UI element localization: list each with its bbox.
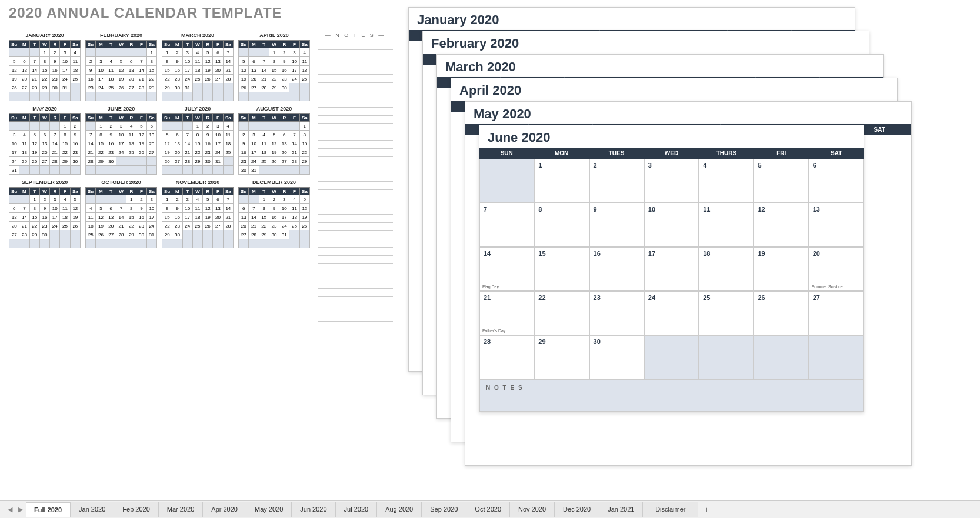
day-cell[interactable]: 29 — [534, 335, 589, 379]
notes-line[interactable] — [318, 215, 393, 223]
notes-line[interactable] — [318, 50, 393, 58]
day-cell[interactable]: 24 — [644, 291, 699, 335]
day-cell[interactable] — [754, 335, 808, 379]
tab-scroll-right-icon[interactable]: ▶ — [15, 506, 26, 513]
mini-day-cell: 27 — [213, 75, 223, 83]
day-cell[interactable]: 28 — [479, 335, 534, 379]
mini-day-cell: 26 — [70, 222, 80, 230]
notes-line[interactable] — [318, 75, 393, 83]
mini-day-cell — [172, 166, 182, 175]
day-cell[interactable]: 9 — [589, 203, 644, 247]
sheet-tab[interactable]: Mar 2020 — [159, 502, 203, 517]
day-cell[interactable]: 4 — [699, 159, 754, 203]
notes-line[interactable] — [318, 99, 393, 108]
day-cell[interactable] — [644, 335, 699, 379]
notes-line[interactable] — [318, 182, 393, 190]
sheet-tab[interactable]: Sep 2020 — [422, 502, 466, 517]
notes-line[interactable] — [318, 42, 393, 50]
day-cell[interactable]: 21Father's Day — [479, 291, 534, 335]
notes-line[interactable] — [318, 141, 393, 149]
notes-line[interactable] — [318, 157, 393, 165]
sheet-tab[interactable]: Full 2020 — [26, 502, 71, 517]
notes-line[interactable] — [318, 91, 393, 99]
notes-line[interactable] — [318, 280, 393, 289]
sheet-tab[interactable]: Oct 2020 — [466, 502, 510, 517]
notes-line[interactable] — [318, 305, 393, 313]
notes-line[interactable] — [318, 198, 393, 206]
sheet-tab[interactable]: Jun 2020 — [292, 502, 335, 517]
notes-line[interactable] — [318, 58, 393, 66]
day-cell[interactable]: 19 — [754, 247, 808, 291]
day-cell[interactable]: 13 — [809, 203, 864, 247]
notes-line[interactable] — [318, 223, 393, 231]
notes-line[interactable] — [318, 264, 393, 272]
sheet-tab[interactable]: Aug 2020 — [377, 502, 422, 517]
notes-line[interactable] — [318, 173, 393, 182]
day-cell[interactable]: 1 — [534, 159, 589, 203]
notes-line[interactable] — [318, 248, 393, 256]
sheet-tab[interactable]: Jul 2020 — [336, 502, 378, 517]
sheet-tab[interactable]: - Disclaimer - — [643, 502, 698, 517]
mini-day-cell: 13 — [249, 66, 259, 75]
day-cell[interactable]: 20Summer Solstice — [809, 247, 864, 291]
notes-line[interactable] — [318, 231, 393, 239]
notes-line[interactable] — [318, 272, 393, 280]
tab-scroll-left-icon[interactable]: ◀ — [5, 506, 15, 513]
day-cell[interactable]: 10 — [644, 203, 699, 247]
notes-line[interactable] — [318, 297, 393, 305]
notes-line[interactable] — [318, 116, 393, 124]
day-cell[interactable]: 5 — [754, 159, 808, 203]
sheet-tab[interactable]: Apr 2020 — [203, 502, 246, 517]
notes-line[interactable] — [318, 313, 393, 322]
day-cell[interactable]: 14Flag Day — [479, 247, 534, 291]
sheet-tab[interactable]: May 2020 — [246, 502, 292, 517]
notes-line[interactable] — [318, 206, 393, 215]
add-sheet-button[interactable]: + — [698, 505, 715, 514]
notes-line[interactable] — [318, 108, 393, 116]
notes-line[interactable] — [318, 165, 393, 173]
day-cell[interactable] — [809, 335, 864, 379]
notes-line[interactable] — [318, 289, 393, 297]
sheet-tab[interactable]: Dec 2020 — [555, 502, 599, 517]
notes-line[interactable] — [318, 149, 393, 157]
day-cell[interactable]: 26 — [754, 291, 808, 335]
mini-day-cell: 8 — [299, 131, 309, 139]
notes-line[interactable] — [318, 190, 393, 198]
day-cell[interactable]: 17 — [644, 247, 699, 291]
day-cell[interactable]: 22 — [534, 291, 589, 335]
sheet-tab[interactable]: Jan 2021 — [599, 502, 643, 517]
day-cell[interactable]: 15 — [534, 247, 589, 291]
mini-day-cell — [136, 157, 146, 166]
sheet-tab[interactable]: Feb 2020 — [114, 502, 158, 517]
day-cell[interactable]: 23 — [589, 291, 644, 335]
notes-line[interactable] — [318, 83, 393, 91]
day-cell[interactable] — [479, 159, 534, 203]
mini-day-cell: 22 — [162, 222, 172, 230]
day-cell[interactable]: 18 — [699, 247, 754, 291]
day-cell[interactable]: 12 — [754, 203, 808, 247]
mini-day-header: T — [106, 114, 116, 122]
day-cell[interactable]: 11 — [699, 203, 754, 247]
month-notes[interactable]: N O T E S — [479, 379, 864, 412]
day-cell[interactable]: 8 — [534, 203, 589, 247]
day-cell[interactable]: 30 — [589, 335, 644, 379]
day-cell[interactable]: 7 — [479, 203, 534, 247]
sheet-tab[interactable]: Nov 2020 — [510, 502, 555, 517]
day-cell[interactable]: 6 — [809, 159, 864, 203]
day-cell[interactable]: 16 — [589, 247, 644, 291]
sheet-tab[interactable]: Jan 2020 — [71, 502, 114, 517]
notes-line[interactable] — [318, 239, 393, 248]
mini-day-cell — [299, 239, 309, 248]
mini-day-cell — [106, 92, 116, 101]
day-cell[interactable]: 3 — [644, 159, 699, 203]
notes-line[interactable] — [318, 256, 393, 264]
notes-line[interactable] — [318, 66, 393, 75]
day-cell[interactable]: 25 — [699, 291, 754, 335]
notes-line[interactable] — [318, 132, 393, 141]
day-cell[interactable]: 27 — [809, 291, 864, 335]
day-cell[interactable] — [699, 335, 754, 379]
mini-day-cell: 15 — [192, 139, 202, 148]
day-cell[interactable]: 2 — [589, 159, 644, 203]
notes-line[interactable] — [318, 124, 393, 132]
mini-day-cell — [172, 122, 182, 131]
